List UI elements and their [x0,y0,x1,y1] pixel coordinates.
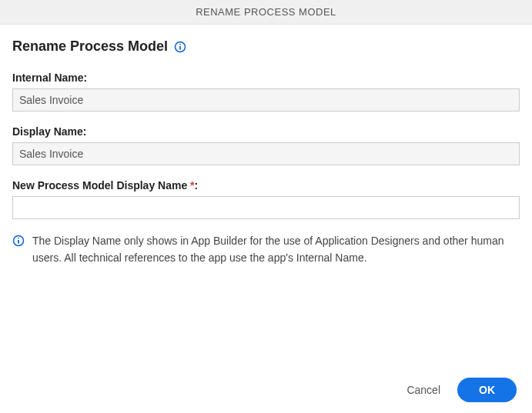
internal-name-group: Internal Name: [12,72,520,112]
new-display-name-group: New Process Model Display Name *: [12,179,520,219]
new-display-name-label-suffix: : [195,179,199,192]
dialog-header: RENAME PROCESS MODEL [0,0,532,25]
title-row: Rename Process Model [12,38,520,55]
svg-point-2 [179,43,181,45]
internal-name-input [12,88,520,112]
info-icon[interactable] [174,41,186,53]
dialog-footer: Cancel OK [0,367,532,413]
info-icon [12,235,25,247]
new-display-name-label-prefix: New Process Model Display Name [12,179,190,192]
page-title: Rename Process Model [12,38,168,55]
display-name-input [12,142,520,165]
note-text: The Display Name only shows in App Build… [32,233,520,266]
dialog-content: Rename Process Model Internal Name: Disp… [0,25,532,367]
svg-point-5 [18,238,19,239]
display-name-group: Display Name: [12,125,520,165]
ok-button[interactable]: OK [457,378,517,402]
note-row: The Display Name only shows in App Build… [12,233,520,266]
cancel-button[interactable]: Cancel [407,384,440,396]
display-name-label: Display Name: [12,125,520,138]
dialog-header-title: RENAME PROCESS MODEL [196,6,336,18]
new-display-name-input[interactable] [12,196,520,219]
internal-name-label: Internal Name: [12,72,520,84]
new-display-name-label: New Process Model Display Name *: [12,179,520,192]
